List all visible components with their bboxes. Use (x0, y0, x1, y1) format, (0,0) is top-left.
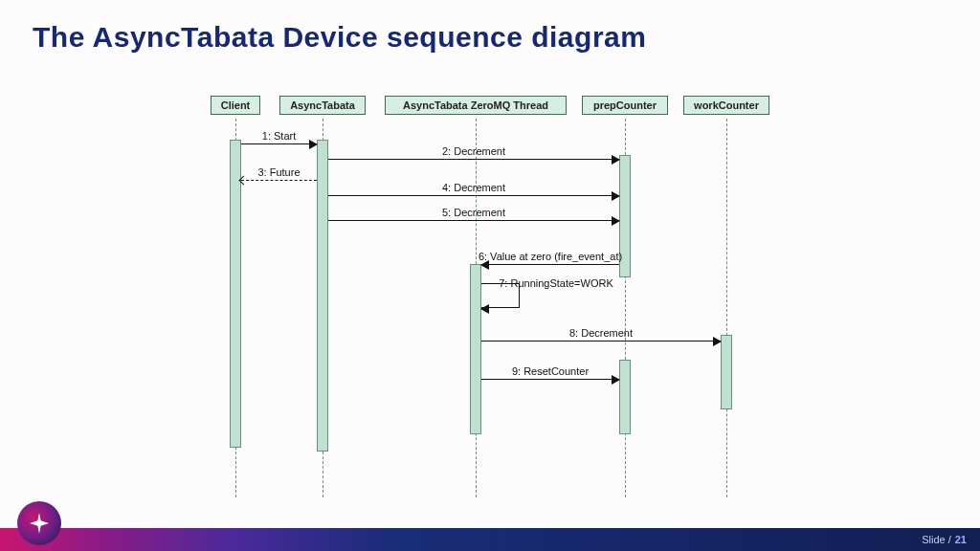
message-5 (328, 220, 619, 221)
participant-async: AsyncTabata (279, 96, 366, 115)
activation-prep-4 (619, 360, 631, 434)
participant-client: Client (211, 96, 260, 115)
footer-page-number: 21 (955, 534, 967, 545)
message-1 (241, 143, 317, 144)
star-icon (28, 512, 51, 535)
message-label-4: 4: Decrement (442, 182, 505, 193)
activation-work-5 (721, 335, 732, 409)
footer-slide-label: Slide / (922, 534, 951, 545)
message-6 (481, 264, 619, 265)
participant-zmq: AsyncTabata ZeroMQ Thread (385, 96, 567, 115)
message-label-3: 3: Future (257, 166, 300, 178)
participant-prep: prepCounter (582, 96, 668, 115)
activation-zmq-2 (470, 264, 481, 434)
lifeline-work (726, 119, 727, 497)
message-9 (481, 379, 619, 380)
activation-prep-3 (619, 155, 631, 277)
footer-bar: Slide / 21 (0, 528, 980, 551)
page-title: The AsyncTabata Device sequence diagram (33, 21, 646, 54)
message-4 (328, 195, 619, 196)
message-2 (328, 159, 619, 160)
brand-logo (17, 501, 61, 545)
message-8 (481, 341, 721, 342)
message-label-6: 6: Value at zero (fire_event_at) (479, 251, 622, 262)
message-label-8: 8: Decrement (569, 327, 633, 339)
participant-work: workCounter (683, 96, 769, 115)
activation-client-0 (230, 140, 241, 448)
message-label-2: 2: Decrement (442, 145, 505, 157)
message-label-9: 9: ResetCounter (512, 365, 589, 377)
message-label-5: 5: Decrement (442, 207, 505, 218)
sequence-diagram: ClientAsyncTabataAsyncTabata ZeroMQ Thre… (172, 96, 804, 497)
message-3 (241, 180, 317, 181)
activation-async-1 (317, 140, 328, 452)
message-label-1: 1: Start (262, 130, 296, 142)
